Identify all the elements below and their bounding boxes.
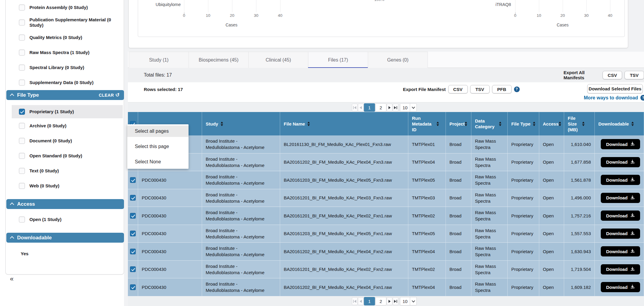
pagination-page-2-button[interactable]: 2 — [375, 297, 386, 305]
download-button[interactable]: Download — [601, 229, 640, 239]
sort-icon[interactable] — [533, 122, 535, 126]
row-checkbox[interactable] — [130, 195, 136, 201]
tab-genes-0[interactable]: Genes (0) — [368, 52, 428, 68]
facet-checkbox[interactable] — [19, 65, 25, 71]
facet-item-web-0-study[interactable]: Web (0 Study) — [6, 178, 124, 193]
row-checkbox[interactable] — [130, 231, 136, 236]
sort-icon[interactable] — [582, 122, 585, 126]
facet-checkbox[interactable] — [19, 80, 25, 86]
header-file-type[interactable]: File Type — [508, 112, 539, 135]
header-file-size[interactable]: File Size (MB) — [564, 112, 595, 135]
clear-filter-button[interactable]: CLEAR ↺ — [99, 93, 120, 98]
pagination-page-2-button[interactable]: 2 — [375, 103, 386, 112]
facet-checkbox[interactable] — [19, 217, 25, 223]
header-study[interactable]: Study — [202, 112, 280, 135]
facet-checkbox[interactable] — [19, 20, 25, 26]
facet-item-supplementary-data-0-study[interactable]: Supplementary Data (0 Study) — [6, 75, 124, 90]
download-button[interactable]: Download — [601, 282, 640, 292]
menu-item-select-none[interactable]: Select None — [127, 156, 189, 168]
facet-item-protein-assembly-0-study[interactable]: Protein Assembly (0 Study) — [6, 0, 124, 15]
download-button[interactable]: Download — [601, 139, 640, 149]
sort-icon[interactable] — [631, 122, 634, 126]
row-checkbox[interactable] — [130, 284, 136, 290]
download-button[interactable]: Download — [601, 157, 640, 167]
menu-item-select-all-pages[interactable]: Select all pages — [127, 126, 189, 137]
tab-clinical-45[interactable]: Clinical (45) — [248, 52, 308, 68]
facet-item-open-1-study[interactable]: Open (1 Study) — [6, 212, 124, 227]
facet-checkbox[interactable] — [19, 168, 25, 174]
facet-checkbox[interactable] — [19, 153, 25, 159]
access-facet-list: Open (1 Study) — [6, 212, 124, 227]
pagination-last-button[interactable] — [393, 297, 398, 305]
download-button[interactable]: Download — [601, 175, 640, 185]
header-project[interactable]: Project — [446, 112, 471, 135]
export-all-tsv-button[interactable]: TSV — [624, 71, 644, 79]
pagination-prev-button[interactable] — [358, 297, 364, 305]
download-button[interactable]: Download — [601, 264, 640, 274]
row-checkbox[interactable] — [130, 266, 136, 272]
collapse-sidebar-button[interactable]: « — [10, 275, 14, 283]
facet-item-archive-0-study[interactable]: Archive (0 Study) — [6, 118, 124, 133]
facet-checkbox[interactable] — [19, 50, 25, 56]
page-size-select[interactable]: 10 — [400, 103, 417, 112]
pagination-next-button[interactable] — [387, 104, 392, 111]
sort-icon[interactable] — [221, 122, 223, 126]
facet-item-publication-supplementary-material-0-study[interactable]: Publication Supplementary Material (0 St… — [6, 15, 124, 30]
facet-header-downloadable[interactable]: Downloadable — [6, 233, 124, 243]
sort-icon[interactable] — [499, 122, 501, 126]
facet-checkbox[interactable] — [19, 123, 25, 129]
cell-file-type: Proprietary — [508, 171, 539, 189]
sort-icon[interactable] — [307, 122, 310, 126]
sort-icon[interactable] — [437, 122, 439, 126]
export-file-tsv-button[interactable]: TSV — [470, 85, 490, 93]
facet-checkbox[interactable] — [19, 183, 25, 189]
pagination-prev-button[interactable] — [358, 104, 364, 111]
pagination-next-button[interactable] — [387, 297, 392, 305]
pagination-page-1-button[interactable]: 1 — [364, 297, 375, 305]
tab-biospecimens-45[interactable]: Biospecimens (45) — [189, 52, 249, 68]
facet-checkbox[interactable] — [19, 109, 25, 115]
menu-item-select-this-page[interactable]: Select this page — [127, 141, 189, 152]
facet-item-spectral-library-0-study[interactable]: Spectral Library (0 Study) — [6, 60, 124, 75]
pagination-first-button[interactable] — [352, 104, 358, 111]
more-ways-to-download-link[interactable]: More ways to download — [584, 95, 638, 101]
header-access[interactable]: Access — [539, 112, 564, 135]
sort-icon[interactable] — [465, 122, 467, 126]
pagination-last-button[interactable] — [393, 104, 398, 111]
tab-files-17[interactable]: Files (17) — [308, 52, 368, 68]
facet-item-raw-mass-spectra-1-study[interactable]: Raw Mass Spectra (1 Study) — [6, 45, 124, 60]
tab-study-1[interactable]: Study (1) — [129, 52, 189, 68]
facet-item-open-standard-0-study[interactable]: Open Standard (0 Study) — [6, 148, 124, 163]
download-selected-files-button[interactable]: Download Selected Files — [587, 84, 643, 93]
header-file-name[interactable]: File Name — [280, 112, 408, 135]
header-data-category[interactable]: Data Category — [471, 112, 508, 135]
export-file-pfb-button[interactable]: PFB — [492, 85, 512, 93]
facet-checkbox[interactable] — [19, 5, 25, 11]
facet-header-access[interactable]: Access — [6, 199, 124, 209]
cell-row-select — [128, 171, 138, 189]
header-downloadable[interactable]: Downloadable — [595, 112, 644, 135]
study-name: Broad Institute - Medulloblastoma - Acet… — [206, 227, 267, 240]
export-all-csv-button[interactable]: CSV — [603, 71, 622, 79]
page-size-select[interactable]: 10 — [400, 297, 417, 305]
download-button[interactable]: Download — [601, 211, 640, 221]
facet-item-document-0-study[interactable]: Document (0 Study) — [6, 133, 124, 148]
facet-item-proprietary-1-study[interactable]: Proprietary (1 Study) — [12, 105, 123, 118]
help-icon[interactable]: ? — [514, 86, 520, 92]
facet-checkbox[interactable] — [19, 138, 25, 144]
facet-checkbox[interactable] — [19, 35, 25, 41]
facet-header-file-type[interactable]: File Type CLEAR ↺ — [6, 90, 124, 100]
pagination-first-button[interactable] — [352, 297, 358, 305]
export-file-csv-button[interactable]: CSV — [448, 85, 468, 93]
facet-item-quality-metrics-0-study[interactable]: Quality Metrics (0 Study) — [6, 30, 124, 45]
pagination-page-1-button[interactable]: 1 — [364, 103, 375, 112]
download-button[interactable]: Download — [601, 246, 640, 256]
download-button[interactable]: Download — [601, 193, 640, 203]
help-icon[interactable]: ? — [640, 95, 644, 101]
sort-icon[interactable] — [559, 122, 561, 126]
header-run-metadata-id[interactable]: Run Metadata ID — [408, 112, 446, 135]
row-checkbox[interactable] — [130, 213, 136, 219]
facet-item-text-0-study[interactable]: Text (0 Study) — [6, 163, 124, 178]
row-checkbox[interactable] — [130, 249, 136, 254]
row-checkbox[interactable] — [130, 177, 136, 183]
